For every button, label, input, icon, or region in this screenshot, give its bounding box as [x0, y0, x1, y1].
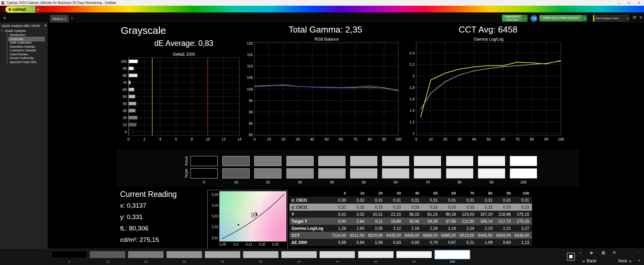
table-row-target-y: Target Y0,002,849,1119,8936,5659,3987,65… — [289, 218, 532, 225]
menu-icon[interactable]: ≡ — [3, 16, 6, 20]
sidebar-collapse-icon[interactable]: ◀ — [44, 24, 46, 27]
panel-expand-bottom-icon[interactable]: ▸ — [639, 258, 640, 262]
pattern-swatch-60[interactable] — [281, 251, 317, 258]
pattern-swatch-10[interactable] — [90, 251, 125, 258]
cie-overlay — [219, 191, 286, 242]
pattern-source-button[interactable]: CalMAN Client 3 Pattern Generator — [539, 15, 582, 21]
meter-button[interactable]: X-Rite i1Pro 3 Direct View — [502, 15, 522, 22]
sidebar-group-label: Quick Analysis — [5, 29, 26, 33]
rgb-balance-chart: RGB Balance12011511010510095908580010203… — [243, 35, 404, 143]
source-dropdown-caret-icon[interactable]: ▾ — [582, 15, 587, 21]
pattern-swatch-80[interactable] — [358, 251, 394, 258]
maximize-button[interactable]: □ — [624, 0, 634, 6]
pattern-window-icon[interactable] — [567, 253, 575, 261]
logo-label: calman — [12, 7, 26, 12]
sidebar-item-grayscale[interactable]: Grayscale — [9, 37, 44, 41]
target-swatch-20 — [254, 168, 281, 178]
svg-text:1,2: 1,2 — [410, 120, 415, 124]
sidebar-item-colorchecker[interactable]: ColorChecker — [9, 53, 44, 57]
svg-text:RGB Balance: RGB Balance — [314, 37, 339, 42]
back-arrows-icon: « — [582, 258, 585, 264]
svg-text:30: 30 — [296, 137, 300, 141]
sidebar-group-quick-analysis[interactable]: ▾ Quick Analysis — [0, 29, 48, 33]
table-header-row: 0102030405060708090100 — [289, 190, 532, 197]
svg-text:2,2: 2,2 — [410, 62, 415, 66]
actual-swatch-80 — [446, 156, 473, 166]
pattern-swatch-0[interactable] — [51, 251, 87, 258]
svg-text:12: 12 — [222, 137, 226, 141]
meter-dropdown-caret-icon[interactable]: ▾ — [522, 15, 528, 22]
target-swatch-80 — [446, 168, 473, 178]
power-icon[interactable]: ○ — [579, 250, 582, 255]
svg-text:85: 85 — [249, 121, 253, 125]
strip-level-label-100: 100 — [510, 180, 537, 184]
strip-level-label-10: 10 — [222, 180, 250, 184]
pattern-swatch-30[interactable] — [166, 251, 202, 258]
tree-expander-icon[interactable]: ▾ — [1, 29, 4, 32]
de-average-value: dE Average: 0,83 — [150, 39, 217, 48]
sidebar-item-cms-calibration[interactable]: CMS Calibration — [9, 41, 44, 45]
svg-text:1,4: 1,4 — [410, 108, 415, 112]
svg-text:100: 100 — [247, 87, 253, 91]
close-button[interactable]: × — [634, 0, 644, 6]
strip-level-label-30: 30 — [286, 180, 314, 184]
meter-status-badge: 715 — [531, 15, 537, 22]
svg-text:1,6: 1,6 — [410, 97, 415, 101]
settings-icon[interactable]: ⚙ — [612, 250, 616, 255]
svg-text:20: 20 — [281, 137, 285, 141]
gear-icon[interactable]: ⚙ — [633, 15, 637, 20]
pattern-swatch-20[interactable] — [128, 251, 164, 258]
svg-text:80: 80 — [368, 137, 372, 141]
display-dropdown-caret-icon[interactable]: ▾ — [627, 17, 628, 20]
sidebar-item-saturation-sweeps[interactable]: Saturation Sweeps — [9, 45, 44, 49]
pattern-swatch-70[interactable] — [319, 251, 355, 258]
refresh-icon[interactable]: ↻ — [639, 15, 643, 20]
pattern-swatch-50[interactable] — [243, 251, 279, 258]
strip-level-label-20: 20 — [254, 180, 281, 184]
display-control-button[interactable]: Direct Display Control ▾ — [593, 15, 629, 21]
svg-text:10: 10 — [429, 137, 433, 141]
pattern-swatch-90[interactable] — [396, 251, 432, 258]
svg-text:30: 30 — [123, 109, 127, 113]
table-row-cct: CCT7114,006311,006520,006435,006445,0064… — [289, 232, 532, 239]
svg-text:70: 70 — [353, 137, 357, 141]
strip-level-label-50: 50 — [350, 180, 377, 184]
next-button[interactable]: Next » — [618, 258, 632, 264]
add-tab-button[interactable]: + — [71, 16, 73, 21]
target-swatch-10 — [222, 168, 250, 178]
back-button[interactable]: « Back — [582, 258, 596, 264]
svg-text:10: 10 — [267, 137, 271, 141]
back-label: Back — [587, 258, 596, 263]
panel-expand-top-icon[interactable]: ▫ — [639, 250, 640, 254]
svg-text:100: 100 — [558, 137, 564, 141]
sidebar-item-screen-uniformity[interactable]: Screen Uniformity — [9, 56, 44, 60]
table-col-header-10: 10 — [349, 190, 367, 197]
strip-level-label-90: 90 — [478, 180, 505, 184]
grayscale-strip: ActualTarget0102030405060708090100 — [116, 149, 579, 187]
pattern-level-label-60: 60 — [281, 260, 317, 263]
svg-text:20: 20 — [443, 137, 447, 141]
table-row-x-cie31: x: CIE310,300,320,310,310,310,310,310,31… — [289, 197, 532, 204]
sidebar-item-spectral-power-dist[interactable]: Spectral Power Dist. — [9, 60, 44, 64]
svg-text:115: 115 — [247, 53, 253, 57]
display-control-label: Direct Display Control — [596, 17, 619, 20]
svg-text:Gamma Log/Log: Gamma Log/Log — [474, 37, 503, 42]
pattern-swatch-40[interactable] — [205, 251, 240, 258]
cie-y-tick: 0,32 — [209, 225, 218, 229]
sidebar-item-luminance-sweeps[interactable]: Luminance Sweeps — [9, 49, 44, 53]
calman-logo-button[interactable]: ⊕ calman ▾ — [5, 6, 41, 13]
svg-text:60: 60 — [501, 137, 505, 141]
svg-text:60: 60 — [339, 137, 343, 141]
svg-text:2: 2 — [143, 137, 145, 141]
play-icon[interactable]: ▶ — [590, 250, 593, 255]
sidebar-item-introduction[interactable]: Introduction — [9, 33, 44, 37]
cie-x-tick: 0,29 — [218, 243, 228, 246]
actual-swatch-70 — [414, 156, 441, 166]
svg-text:20: 20 — [123, 116, 127, 120]
pattern-level-label-50: 50 — [243, 260, 279, 263]
pattern-grid-icon[interactable]: ▦ — [601, 250, 605, 255]
pattern-swatch-100[interactable] — [434, 250, 470, 259]
minimize-button[interactable]: – — [614, 0, 624, 6]
tab-history-1[interactable]: History 1 — [50, 15, 69, 22]
svg-text:0: 0 — [127, 137, 129, 141]
